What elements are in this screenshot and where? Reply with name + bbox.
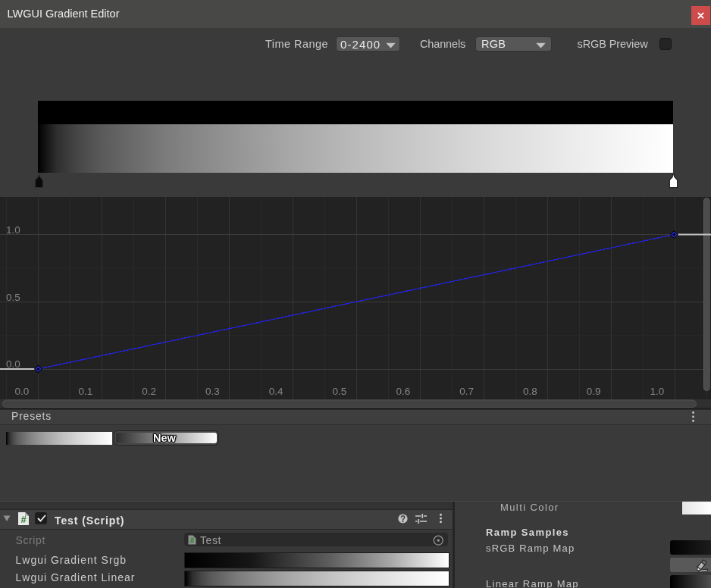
- svg-text:0.2: 0.2: [142, 386, 156, 397]
- svg-text:#: #: [190, 536, 195, 545]
- svg-text:0.0: 0.0: [15, 386, 30, 397]
- svg-text:1.0: 1.0: [6, 224, 20, 236]
- svg-text:0.7: 0.7: [459, 386, 474, 397]
- svg-text:0.1: 0.1: [78, 386, 92, 397]
- svg-text:0.4: 0.4: [269, 386, 283, 397]
- svg-text:0.5: 0.5: [333, 386, 347, 397]
- svg-text:#: #: [20, 514, 27, 525]
- svg-text:0.0: 0.0: [6, 358, 20, 370]
- svg-text:0.8: 0.8: [523, 386, 537, 397]
- svg-text:0.6: 0.6: [396, 386, 410, 397]
- svg-text:0.5: 0.5: [6, 292, 20, 303]
- svg-text:1.0: 1.0: [650, 386, 665, 397]
- svg-text:0.9: 0.9: [587, 386, 601, 397]
- svg-text:0.3: 0.3: [205, 386, 220, 397]
